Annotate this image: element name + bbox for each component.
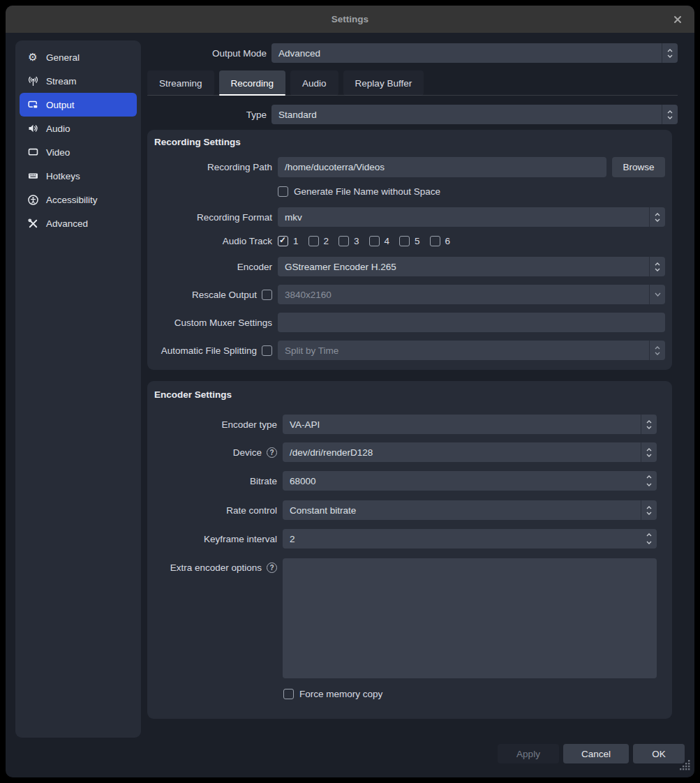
recording-format-row: Recording Format mkv [147,207,665,227]
tab-replay-buffer[interactable]: Replay Buffer [343,70,424,96]
spin-arrows-icon[interactable] [641,471,657,491]
encoder-type-label: Encoder type [147,419,277,430]
help-icon[interactable]: ? [267,447,277,458]
dropdown-arrow-icon[interactable] [649,285,665,304]
device-row: Device ? /dev/dri/renderD128 [147,442,657,462]
close-icon [673,15,682,24]
encoder-select[interactable]: GStreamer Encoder H.265 [278,257,665,276]
audio-track-1[interactable]: 1 [278,236,299,246]
spin-arrows-icon[interactable] [641,529,657,549]
tab-audio[interactable]: Audio [290,70,338,96]
bitrate-spinbox[interactable]: 68000 [283,471,657,491]
custom-muxer-row: Custom Muxer Settings [147,313,665,332]
settings-window: Settings ⚙ General Stream [6,6,694,777]
help-icon[interactable]: ? [267,562,277,573]
combo-arrows-icon[interactable] [641,500,657,520]
sidebar: ⚙ General Stream [15,40,141,738]
generate-no-space-checkbox[interactable] [278,186,288,197]
combo-arrows-icon[interactable] [649,257,665,276]
sidebar-item-video[interactable]: Video [20,140,137,164]
group-title: Encoder Settings [154,389,232,400]
sidebar-item-label: Video [46,147,70,158]
audio-track-4[interactable]: 4 [369,236,390,246]
generate-no-space-label: Generate File Name without Space [294,186,440,197]
encoder-settings-group: Encoder Settings Encoder type VA-API Dev… [147,381,672,719]
bitrate-label: Bitrate [147,476,277,486]
apply-button[interactable]: Apply [498,744,559,763]
encoder-row: Encoder GStreamer Encoder H.265 [147,257,665,276]
combo-arrows-icon[interactable] [662,43,678,63]
rescale-output-row: Rescale Output 3840x2160 [147,285,665,304]
auto-split-row: Automatic File Splitting Split by Time [147,341,665,360]
audio-track-2-checkbox[interactable] [308,236,319,246]
audio-track-4-checkbox[interactable] [369,236,380,246]
force-memory-copy-row: Force memory copy [147,688,657,699]
resize-grip[interactable] [680,760,690,773]
recording-path-input[interactable]: /home/ducoterra/Videos [278,157,606,177]
encoder-type-select[interactable]: VA-API [283,415,657,434]
titlebar[interactable]: Settings [6,6,694,33]
recording-path-label: Recording Path [147,162,272,172]
recording-path-row: Recording Path /home/ducoterra/Videos Br… [147,157,665,177]
combo-arrows-icon[interactable] [649,207,665,227]
window-title: Settings [6,6,694,33]
rescale-output-checkbox[interactable] [262,290,272,300]
audio-track-6-checkbox[interactable] [430,236,440,246]
auto-split-select[interactable]: Split by Time [278,341,665,360]
audio-track-2[interactable]: 2 [308,236,329,246]
audio-track-3-checkbox[interactable] [338,236,349,246]
keyframe-interval-label: Keyframe interval [147,534,277,544]
sidebar-item-accessibility[interactable]: Accessibility [20,188,137,211]
keyframe-interval-spinbox[interactable]: 2 [283,529,657,549]
audio-track-label: Audio Track [147,236,272,246]
combo-arrows-icon[interactable] [662,105,678,124]
output-mode-label: Output Mode [6,48,267,59]
rate-control-select[interactable]: Constant bitrate [283,500,657,520]
audio-track-3[interactable]: 3 [338,236,359,246]
combo-arrows-icon[interactable] [649,341,665,360]
output-mode-select[interactable]: Advanced [271,43,678,63]
sidebar-item-stream[interactable]: Stream [20,69,137,93]
cancel-button[interactable]: Cancel [563,744,629,763]
audio-track-row: Audio Track 1 2 3 4 [147,235,665,246]
recording-settings-group: Recording Settings Recording Path /home/… [147,130,672,370]
rate-control-label: Rate control [147,505,277,516]
force-memory-copy-label: Force memory copy [299,689,382,699]
type-label: Type [6,110,267,120]
sidebar-item-label: Hotkeys [46,171,80,181]
force-memory-copy-checkbox[interactable] [283,689,294,699]
keyboard-icon [27,170,39,181]
device-select[interactable]: /dev/dri/renderD128 [283,442,657,462]
rescale-resolution-select[interactable]: 3840x2160 [278,285,665,304]
browse-button[interactable]: Browse [612,157,665,177]
ok-button[interactable]: OK [633,744,685,763]
rescale-output-label: Rescale Output [192,290,257,300]
custom-muxer-label: Custom Muxer Settings [147,318,272,328]
sidebar-item-label: Accessibility [46,195,98,205]
extra-options-row: Extra encoder options ? [147,558,657,678]
audio-track-5[interactable]: 5 [399,236,420,246]
custom-muxer-input[interactable] [278,313,665,332]
sidebar-item-label: Advanced [46,218,88,229]
sidebar-item-advanced[interactable]: Advanced [20,211,137,235]
sidebar-item-label: Audio [46,124,70,134]
audio-track-1-checkbox[interactable] [278,236,288,246]
tab-streaming[interactable]: Streaming [147,70,214,96]
type-row: Type Standard [6,105,678,124]
recording-format-select[interactable]: mkv [278,207,665,227]
bitrate-row: Bitrate 68000 [147,471,657,491]
output-tabs: Streaming Recording Audio Replay Buffer [147,70,424,96]
tab-recording[interactable]: Recording [219,70,286,96]
dialog-buttons: Apply Cancel OK [498,744,685,763]
audio-track-5-checkbox[interactable] [399,236,410,246]
audio-track-6[interactable]: 6 [430,236,451,246]
extra-options-textarea[interactable] [283,558,657,678]
sidebar-item-hotkeys[interactable]: Hotkeys [20,164,137,188]
extra-options-label: Extra encoder options [170,562,262,573]
close-button[interactable] [669,11,686,28]
type-select[interactable]: Standard [271,105,678,124]
auto-split-checkbox[interactable] [262,345,272,356]
combo-arrows-icon[interactable] [641,442,657,462]
group-title: Recording Settings [154,137,241,147]
combo-arrows-icon[interactable] [641,415,657,434]
